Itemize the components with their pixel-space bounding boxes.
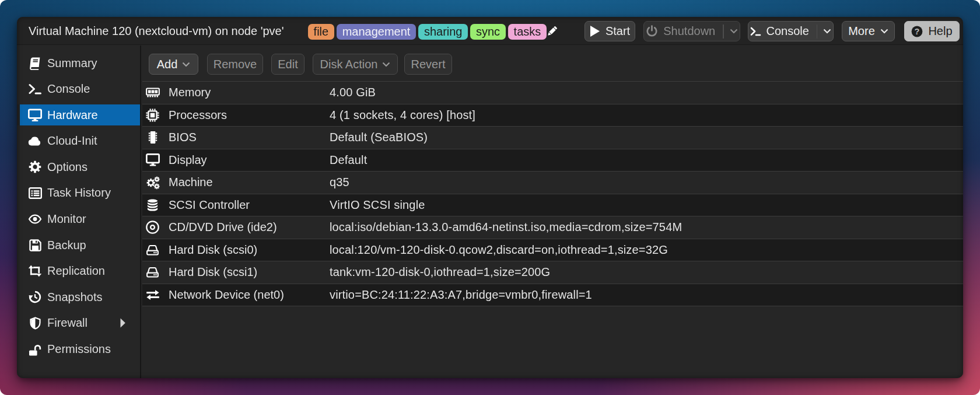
svg-text:?: ? bbox=[915, 27, 920, 36]
